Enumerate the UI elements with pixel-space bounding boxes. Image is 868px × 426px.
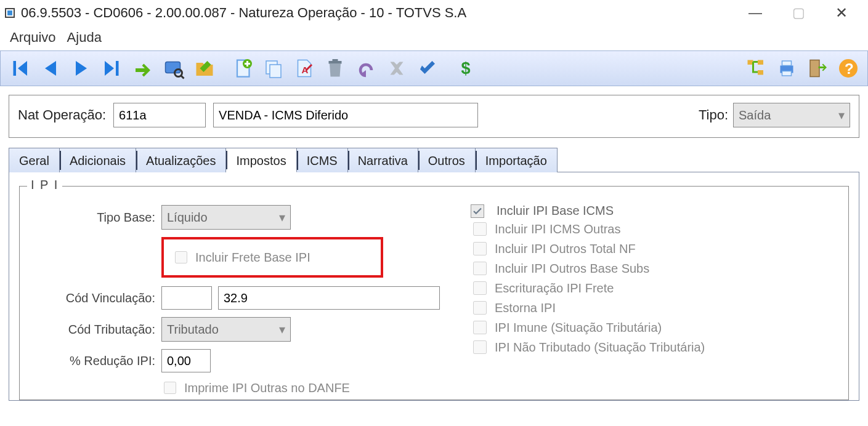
checkbox[interactable] (473, 242, 487, 255)
print-button[interactable] (773, 54, 801, 82)
tab-adicionais[interactable]: Adicionais (60, 148, 136, 172)
tab-atualizacoes[interactable]: Atualizações (136, 148, 226, 172)
cod-vinculacao-code-input[interactable] (161, 286, 212, 310)
checkbox[interactable] (473, 222, 487, 236)
tab-icms[interactable]: ICMS (297, 148, 348, 172)
rename-icon: A (293, 57, 315, 79)
tab-outros[interactable]: Outros (418, 148, 476, 172)
goto-icon (132, 57, 154, 79)
next-button[interactable] (67, 54, 95, 82)
tab-impostos[interactable]: Impostos (226, 148, 296, 172)
prev-icon (39, 57, 62, 79)
close-button[interactable]: ✕ (820, 4, 863, 22)
check-row[interactable]: IPI Imune (Situação Tributária) (471, 319, 836, 336)
cod-vinculacao-label: Cód Vinculação: (32, 291, 155, 305)
app-icon (5, 8, 15, 18)
cod-vinculacao-val-input[interactable] (218, 286, 440, 310)
header-panel: Nat Operação: Tipo: Saída ▾ (9, 95, 859, 138)
undo-button[interactable] (352, 54, 380, 82)
checkbox[interactable] (473, 281, 487, 295)
svg-rect-8 (333, 59, 338, 61)
check-row[interactable]: Incluir IPI Outros Base Subs (471, 260, 836, 277)
menu-arquivo[interactable]: Arquivo (10, 30, 56, 46)
rename-button[interactable]: A (290, 54, 318, 82)
check-label: Incluir IPI Outros Base Subs (495, 262, 649, 276)
ipi-checks-column: Incluir IPI Base ICMS Incluir IPI ICMS O… (471, 201, 836, 400)
cancel-button[interactable] (383, 54, 411, 82)
imprime-danfe-checkbox[interactable] (164, 382, 176, 394)
checkbox[interactable] (473, 301, 487, 315)
nat-operacao-code-input[interactable] (113, 103, 206, 127)
next-icon (70, 57, 92, 79)
tipo-base-label: Tipo Base: (32, 211, 155, 225)
svg-rect-5 (270, 65, 281, 78)
copy-icon (262, 57, 285, 79)
chevron-down-icon: ▾ (279, 210, 285, 225)
svg-rect-0 (166, 62, 180, 73)
nat-operacao-desc-input[interactable] (213, 103, 478, 127)
currency-button[interactable]: $ (452, 54, 480, 82)
tab-strip: Geral Adicionais Atualizações Impostos I… (9, 148, 859, 172)
tab-narrativa[interactable]: Narrativa (348, 148, 418, 172)
check-row[interactable]: Incluir IPI Outros Total NF (471, 240, 836, 257)
chevron-down-icon: ▾ (838, 108, 845, 123)
checkbox[interactable] (473, 321, 487, 334)
maximize-button[interactable]: ▢ (777, 5, 820, 21)
check-row[interactable]: Incluir IPI ICMS Outras (471, 220, 836, 238)
last-button[interactable] (98, 54, 126, 82)
check-label: Incluir IPI ICMS Outras (495, 222, 621, 236)
check-label: Incluir IPI Base ICMS (497, 204, 614, 218)
svg-text:?: ? (845, 60, 854, 77)
folder-properties-button[interactable] (190, 54, 219, 82)
undo-icon (355, 57, 377, 79)
chevron-down-icon: ▾ (279, 322, 285, 337)
checkbox[interactable] (473, 262, 487, 275)
incluir-frete-label: Incluir Frete Base IPI (195, 251, 310, 265)
check-row[interactable]: Incluir IPI Base ICMS (471, 204, 836, 218)
check-row[interactable]: Estorna IPI (471, 299, 836, 316)
tree-button[interactable] (742, 54, 770, 82)
window-title: 06.9.5503 - CD0606 - 2.00.00.087 - Natur… (21, 5, 734, 21)
check-row[interactable]: IPI Não Tributado (Situação Tributária) (471, 339, 836, 356)
tipo-base-combo[interactable]: Líquido ▾ (161, 205, 291, 230)
toolbar: A $ ? (0, 50, 868, 86)
highlight-incluir-frete: Incluir Frete Base IPI (161, 237, 383, 278)
goto-button[interactable] (129, 54, 157, 82)
check-row[interactable]: Escrituração IPI Frete (471, 279, 836, 297)
svg-rect-15 (782, 71, 792, 76)
check-label: Escrituração IPI Frete (495, 281, 614, 295)
perc-reducao-label: % Redução IPI: (32, 354, 155, 368)
incluir-frete-checkbox-row[interactable]: Incluir Frete Base IPI (172, 249, 372, 265)
new-button[interactable] (229, 54, 257, 82)
svg-text:$: $ (461, 59, 471, 78)
imprime-danfe-label: Imprime IPI Outras no DANFE (184, 381, 350, 395)
folder-properties-icon (193, 57, 216, 79)
help-button[interactable]: ? (834, 54, 862, 82)
exit-button[interactable] (803, 54, 832, 82)
perc-reducao-input[interactable] (161, 349, 211, 372)
menu-ajuda[interactable]: Ajuda (67, 30, 102, 46)
svg-rect-11 (758, 60, 763, 65)
check-label: Estorna IPI (495, 301, 556, 315)
tipo-combo[interactable]: Saída ▾ (733, 103, 850, 127)
svg-rect-14 (782, 61, 792, 66)
check-label: Incluir IPI Outros Total NF (495, 242, 636, 256)
search-button[interactable] (160, 54, 188, 82)
tab-importacao[interactable]: Importação (476, 148, 558, 172)
first-button[interactable] (6, 54, 34, 82)
incluir-frete-checkbox[interactable] (175, 251, 187, 263)
first-icon (9, 57, 31, 79)
confirm-button[interactable] (413, 54, 442, 82)
cod-tributacao-combo[interactable]: Tributado ▾ (161, 317, 291, 342)
imprime-danfe-row[interactable]: Imprime IPI Outras no DANFE (161, 380, 440, 396)
prev-button[interactable] (36, 54, 65, 82)
copy-button[interactable] (259, 54, 288, 82)
tab-geral[interactable]: Geral (9, 148, 60, 172)
delete-button[interactable] (321, 54, 349, 82)
nat-operacao-label: Nat Operação: (18, 107, 106, 123)
cod-tributacao-label: Cód Tributação: (32, 323, 155, 337)
checkbox[interactable] (473, 340, 487, 354)
title-bar: 06.9.5503 - CD0606 - 2.00.00.087 - Natur… (0, 0, 868, 26)
minimize-button[interactable]: — (734, 5, 777, 21)
checkbox-checked-icon[interactable] (471, 204, 484, 218)
